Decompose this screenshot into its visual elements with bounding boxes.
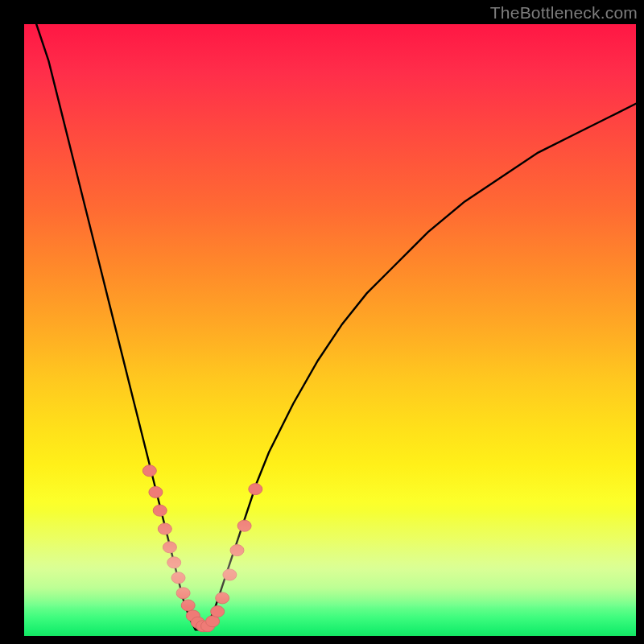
marker-dot — [230, 545, 244, 556]
marker-dot — [153, 505, 167, 516]
marker-dot — [167, 557, 181, 568]
marker-dot — [237, 520, 251, 531]
marker-dot — [216, 592, 229, 604]
marker-dot — [163, 542, 176, 553]
marker-dot — [171, 572, 185, 584]
plot-area — [24, 24, 636, 636]
chart-svg — [24, 24, 636, 636]
bottleneck-curve — [36, 24, 636, 630]
marker-dot — [249, 484, 262, 495]
marker-dot — [223, 569, 237, 580]
marker-dot — [142, 465, 156, 477]
watermark-text: TheBottleneck.com — [490, 3, 638, 23]
marker-dot — [176, 588, 190, 599]
chart-frame: TheBottleneck.com — [0, 0, 644, 644]
marker-dot — [158, 523, 171, 535]
marker-dot — [181, 600, 195, 611]
sample-markers — [142, 465, 262, 632]
marker-dot — [149, 486, 163, 497]
marker-dot — [211, 606, 225, 617]
